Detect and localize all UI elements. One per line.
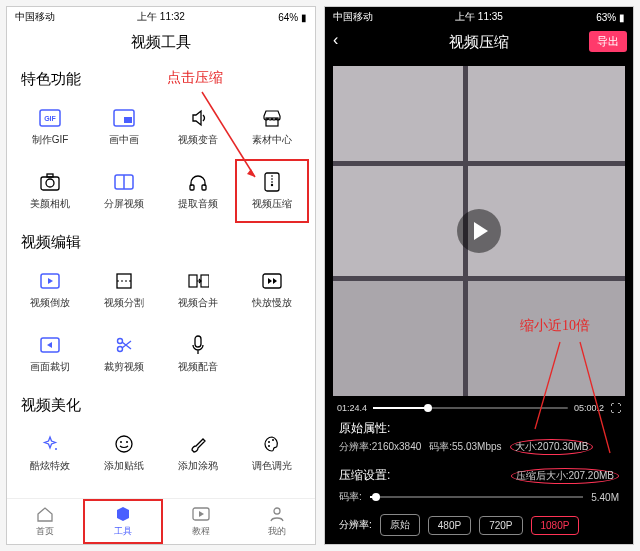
orig-header: 原始属性: [339, 420, 619, 437]
res-original[interactable]: 原始 [380, 514, 420, 536]
res-720p[interactable]: 720P [479, 516, 522, 535]
cube-icon [115, 505, 131, 523]
tile-pip[interactable]: 画中画 [87, 95, 161, 159]
compress-settings: 压缩设置: 压缩后大小:207.20MB 码率: 5.40M [325, 461, 633, 510]
video-preview[interactable] [333, 66, 625, 396]
original-props: 原始属性: 分辨率:2160x3840 码率:55.03Mbps 大小:2070… [325, 416, 633, 461]
svg-point-29 [268, 441, 270, 443]
tile-doodle[interactable]: 添加涂鸦 [161, 421, 235, 485]
svg-rect-11 [202, 185, 206, 190]
sparkle-icon [39, 433, 61, 455]
scissors-icon [113, 334, 135, 356]
tile-make-gif[interactable]: GIF制作GIF [13, 95, 87, 159]
annotation-shrink: 缩小近10倍 [520, 317, 590, 335]
comp-size: 压缩后大小:207.20MB [511, 468, 619, 484]
svg-point-23 [118, 347, 123, 352]
tile-speed[interactable]: 快放慢放 [235, 258, 309, 322]
res-label: 分辨率: [339, 518, 372, 532]
seek-track[interactable] [373, 407, 568, 409]
sound-icon [187, 107, 209, 129]
tile-sticker[interactable]: 添加贴纸 [87, 421, 161, 485]
cut-icon [113, 270, 135, 292]
right-screen: 中国移动 上午 11:35 63% ▮ 视频压缩 ‹ 导出 01:24.4 05… [324, 6, 634, 545]
user-icon [269, 505, 285, 523]
tile-fx[interactable]: 酷炫特效 [13, 421, 87, 485]
battery: 63% ▮ [596, 12, 625, 23]
status-bar: 中国移动 上午 11:35 63% ▮ [325, 7, 633, 27]
play-list-icon [192, 505, 210, 523]
beautify-grid: 酷炫特效 添加贴纸 添加涂鸦 调色调光 [7, 421, 315, 485]
svg-rect-7 [47, 174, 53, 177]
svg-rect-16 [117, 274, 131, 288]
tile-color[interactable]: 调色调光 [235, 421, 309, 485]
nav-me[interactable]: 我的 [239, 499, 315, 544]
svg-point-25 [55, 448, 57, 450]
clock: 上午 11:32 [137, 10, 185, 24]
section-special-title: 特色功能 [7, 60, 315, 95]
svg-rect-19 [201, 275, 209, 287]
resolution-row: 分辨率: 原始 480P 720P 1080P [325, 510, 633, 540]
time-total: 05:00.2 [574, 403, 604, 413]
tile-extract-audio[interactable]: 提取音频 [161, 159, 235, 223]
svg-point-26 [116, 436, 132, 452]
home-icon [36, 505, 54, 523]
svg-rect-3 [124, 117, 132, 123]
orig-bitrate: 码率:55.03Mbps [429, 440, 501, 454]
play-button[interactable] [457, 209, 501, 253]
svg-point-27 [120, 441, 122, 443]
page-title: 视频工具 [7, 27, 315, 60]
svg-point-28 [126, 441, 128, 443]
reverse-icon [39, 270, 61, 292]
special-grid: GIF制作GIF 画中画 视频变音 素材中心 美颜相机 分屏视频 提取音频 视频… [7, 95, 315, 223]
nav-tutorial[interactable]: 教程 [163, 499, 239, 544]
bitrate-label: 码率: [339, 490, 362, 504]
left-screen: 中国移动 上午 11:32 64% ▮ 视频工具 特色功能 GIF制作GIF 画… [6, 6, 316, 545]
tile-split[interactable]: 视频分割 [87, 258, 161, 322]
tile-crop[interactable]: 画面裁切 [13, 322, 87, 386]
nav-tools[interactable]: 工具 [83, 499, 163, 544]
fullscreen-icon[interactable]: ⛶ [610, 402, 621, 414]
export-button[interactable]: 导出 [589, 31, 627, 52]
split-icon [113, 171, 135, 193]
res-480p[interactable]: 480P [428, 516, 471, 535]
svg-point-14 [271, 184, 273, 186]
bitrate-value: 5.40M [591, 492, 619, 503]
svg-point-33 [274, 508, 280, 514]
tile-beauty-cam[interactable]: 美颜相机 [13, 159, 87, 223]
svg-text:GIF: GIF [44, 115, 56, 122]
crop-icon [39, 334, 61, 356]
svg-point-31 [268, 445, 270, 447]
svg-rect-10 [190, 185, 194, 190]
comp-header: 压缩设置: [339, 467, 390, 484]
tile-split-screen[interactable]: 分屏视频 [87, 159, 161, 223]
nav-home[interactable]: 首页 [7, 499, 83, 544]
headphone-icon [187, 171, 209, 193]
back-button[interactable]: ‹ [333, 31, 338, 49]
svg-point-6 [46, 179, 54, 187]
annotation-click-compress: 点击压缩 [167, 69, 223, 87]
tile-dub[interactable]: 视频配音 [161, 322, 235, 386]
orig-size: 大小:2070.30MB [510, 439, 594, 455]
section-edit-title: 视频编辑 [7, 223, 315, 258]
tile-reverse[interactable]: 视频倒放 [13, 258, 87, 322]
section-beautify-title: 视频美化 [7, 386, 315, 421]
mic-icon [187, 334, 209, 356]
store-icon [261, 107, 283, 129]
tile-merge[interactable]: 视频合并 [161, 258, 235, 322]
edit-grid: 视频倒放 视频分割 视频合并 快放慢放 画面裁切 裁剪视频 视频配音 [7, 258, 315, 386]
palette-icon [261, 433, 283, 455]
battery: 64% ▮ [278, 12, 307, 23]
bitrate-slider[interactable] [370, 496, 583, 498]
time-current: 01:24.4 [337, 403, 367, 413]
page-title: 视频压缩 [325, 27, 633, 60]
tile-assets[interactable]: 素材中心 [235, 95, 309, 159]
svg-point-22 [118, 339, 123, 344]
tile-trim[interactable]: 裁剪视频 [87, 322, 161, 386]
tile-sound-fx[interactable]: 视频变音 [161, 95, 235, 159]
res-1080p[interactable]: 1080P [531, 516, 580, 535]
carrier: 中国移动 [333, 10, 373, 24]
timeline[interactable]: 01:24.4 05:00.2 ⛶ [325, 400, 633, 416]
brush-icon [187, 433, 209, 455]
smile-icon [113, 433, 135, 455]
tile-video-compress[interactable]: 视频压缩 [235, 159, 309, 223]
